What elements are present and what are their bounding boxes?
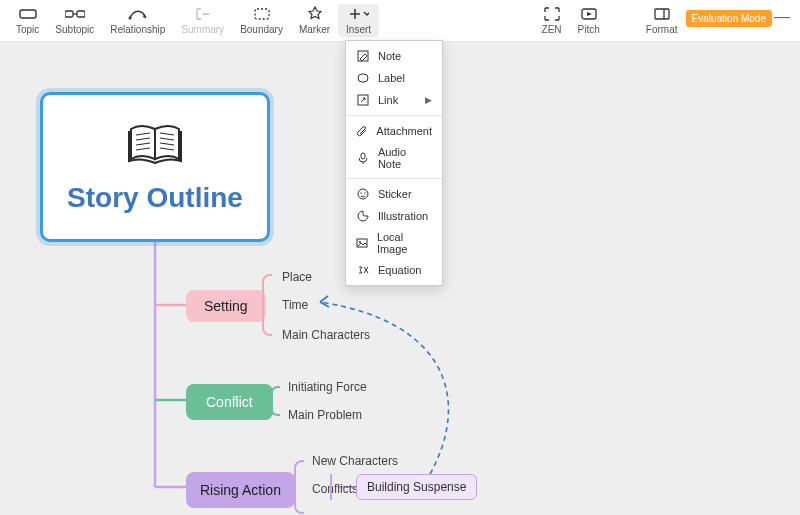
- sub-newchars[interactable]: New Characters: [312, 454, 398, 468]
- zen-icon: [542, 6, 562, 22]
- svg-rect-5: [255, 9, 269, 19]
- dd-audio[interactable]: Audio Note: [346, 142, 442, 174]
- subtopic-label: Subtopic: [55, 24, 94, 35]
- sub-characters[interactable]: Main Characters: [282, 328, 370, 342]
- topic-label: Topic: [16, 24, 39, 35]
- minimize-button[interactable]: —: [772, 12, 792, 22]
- svg-rect-9: [655, 9, 669, 19]
- audio-icon: [356, 151, 370, 165]
- attachment-icon: [356, 124, 368, 138]
- toolbar: Topic Subtopic Relationship Summary Boun…: [0, 0, 800, 42]
- boundary-label: Boundary: [240, 24, 283, 35]
- svg-point-17: [364, 192, 365, 193]
- book-icon: [127, 121, 183, 170]
- dd-note[interactable]: Note: [346, 45, 442, 67]
- bracket-setting: [262, 274, 272, 336]
- node-setting[interactable]: Setting: [186, 290, 266, 322]
- connector-rising: [330, 474, 338, 500]
- dd-audio-label: Audio Note: [378, 146, 432, 170]
- zen-label: ZEN: [542, 24, 562, 35]
- subtopic-icon: [65, 6, 85, 22]
- relationship-label: Relationship: [110, 24, 165, 35]
- sub-place[interactable]: Place: [282, 270, 312, 284]
- svg-rect-14: [361, 153, 365, 159]
- insert-dropdown: Note Label Link ▶ Attachment Audio Note …: [345, 40, 443, 286]
- svg-rect-2: [77, 11, 85, 17]
- relationship-icon: [128, 6, 148, 22]
- topic-icon: [18, 6, 38, 22]
- dd-link[interactable]: Link ▶: [346, 89, 442, 111]
- dd-label[interactable]: Label: [346, 67, 442, 89]
- marker-label: Marker: [299, 24, 330, 35]
- node-rising[interactable]: Rising Action: [186, 472, 295, 508]
- sticker-icon: [356, 187, 370, 201]
- subtopic-button[interactable]: Subtopic: [47, 4, 102, 37]
- dd-note-label: Note: [378, 50, 401, 62]
- dd-label-label: Label: [378, 72, 405, 84]
- submenu-arrow-icon: ▶: [425, 95, 432, 105]
- pitch-button[interactable]: Pitch: [570, 4, 608, 37]
- svg-rect-1: [65, 11, 73, 17]
- dd-sticker[interactable]: Sticker: [346, 183, 442, 205]
- zen-button[interactable]: ZEN: [534, 4, 570, 37]
- note-icon: [356, 49, 370, 63]
- format-label: Format: [646, 24, 678, 35]
- bracket-rising: [294, 460, 304, 514]
- dd-equation-label: Equation: [378, 264, 421, 276]
- summary-icon: [193, 6, 213, 22]
- summary-label: Summary: [181, 24, 224, 35]
- insert-label: Insert: [346, 24, 371, 35]
- node-conflict[interactable]: Conflict: [186, 384, 273, 420]
- format-icon: [652, 6, 672, 22]
- pitch-icon: [579, 6, 599, 22]
- evaluation-mode-badge[interactable]: Evaluation Mode: [686, 10, 773, 27]
- image-icon: [356, 236, 369, 250]
- format-button[interactable]: Format: [638, 4, 686, 37]
- dd-sticker-label: Sticker: [378, 188, 412, 200]
- illustration-icon: [356, 209, 370, 223]
- root-title: Story Outline: [67, 182, 243, 214]
- topic-button[interactable]: Topic: [8, 4, 47, 37]
- insert-icon: [349, 6, 369, 22]
- bracket-conflict: [270, 386, 280, 416]
- dd-localimage-label: Local Image: [377, 231, 432, 255]
- node-suspense[interactable]: Building Suspense: [356, 474, 477, 500]
- svg-rect-0: [20, 10, 36, 18]
- root-node[interactable]: Story Outline: [40, 92, 270, 242]
- sub-initiating[interactable]: Initiating Force: [288, 380, 367, 394]
- svg-point-16: [360, 192, 361, 193]
- dd-attachment-label: Attachment: [376, 125, 432, 137]
- marker-button[interactable]: Marker: [291, 4, 338, 37]
- sub-problem[interactable]: Main Problem: [288, 408, 362, 422]
- dd-illustration[interactable]: Illustration: [346, 205, 442, 227]
- insert-button[interactable]: Insert: [338, 4, 379, 37]
- dd-equation[interactable]: Equation: [346, 259, 442, 281]
- relationship-button[interactable]: Relationship: [102, 4, 173, 37]
- svg-rect-12: [358, 74, 368, 82]
- dd-link-label: Link: [378, 94, 398, 106]
- sub-time[interactable]: Time: [282, 298, 308, 312]
- summary-button: Summary: [173, 4, 232, 37]
- boundary-icon: [252, 6, 272, 22]
- label-icon: [356, 71, 370, 85]
- equation-icon: [356, 263, 370, 277]
- boundary-button[interactable]: Boundary: [232, 4, 291, 37]
- dd-localimage[interactable]: Local Image: [346, 227, 442, 259]
- link-icon: [356, 93, 370, 107]
- marker-icon: [305, 6, 325, 22]
- dd-attachment[interactable]: Attachment: [346, 120, 442, 142]
- svg-point-4: [128, 17, 131, 20]
- pitch-label: Pitch: [578, 24, 600, 35]
- dd-illustration-label: Illustration: [378, 210, 428, 222]
